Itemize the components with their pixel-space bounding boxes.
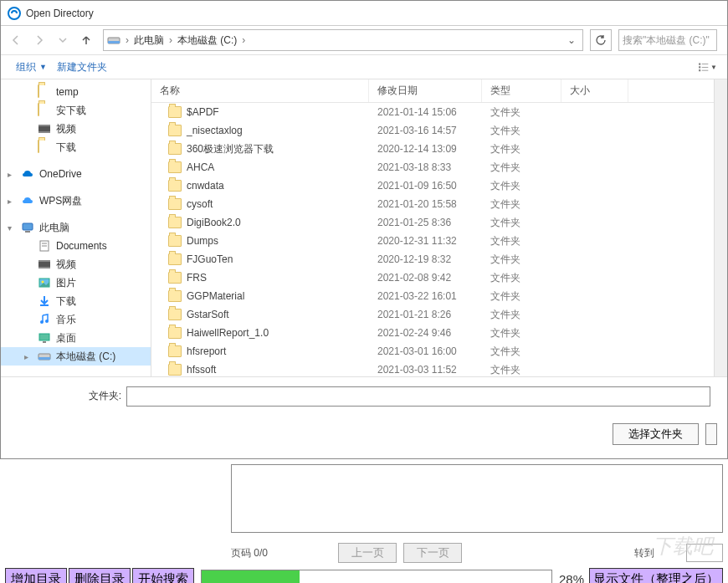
sidebar-item[interactable]: 图片 (1, 274, 151, 292)
file-name: FJGuoTen (187, 253, 233, 265)
file-list: 名称 修改日期 类型 大小 $APDF2021-01-14 15:06文件夹_n… (151, 79, 714, 376)
file-name: 360极速浏览器下载 (187, 142, 274, 156)
sidebar[interactable]: temp安下载视频下载▸OneDrive▸WPS网盘▾此电脑Documents视… (1, 79, 151, 376)
add-dir-button[interactable]: 增加目录 (5, 568, 67, 583)
nav-recent-button[interactable] (53, 30, 73, 50)
sidebar-item[interactable]: ▸OneDrive (1, 165, 151, 183)
file-row[interactable]: DigiBook2.02021-01-25 8:36文件夹 (151, 213, 714, 232)
sidebar-item[interactable]: ▾此电脑 (1, 218, 151, 237)
folder-icon (168, 125, 182, 136)
del-dir-button[interactable]: 删除目录 (69, 568, 131, 583)
sidebar-item[interactable]: ▸WPS网盘 (1, 192, 151, 210)
next-page-button[interactable]: 下一页 (403, 543, 462, 563)
file-date: 2021-03-01 16:00 (369, 345, 482, 357)
svg-rect-12 (23, 223, 33, 230)
col-name[interactable]: 名称 (151, 79, 369, 102)
sidebar-item[interactable]: 下载 (1, 138, 151, 156)
col-date[interactable]: 修改日期 (369, 79, 482, 102)
preview-left (5, 464, 224, 540)
svg-rect-5 (699, 66, 700, 68)
breadcrumb-segment[interactable]: 本地磁盘 (C:) (174, 33, 240, 48)
file-row[interactable]: _nisectaxlog2021-03-16 14:57文件夹 (151, 121, 714, 140)
col-size[interactable]: 大小 (561, 79, 628, 102)
svg-rect-6 (702, 67, 709, 68)
file-date: 2021-03-18 8:33 (369, 161, 482, 173)
folder-icon (168, 364, 182, 376)
music-icon (38, 313, 51, 326)
chevron-right-icon: › (124, 34, 131, 46)
filename-input[interactable] (126, 386, 710, 407)
organize-menu[interactable]: 组织 ▼ (11, 57, 52, 78)
file-rows[interactable]: $APDF2021-01-14 15:06文件夹_nisectaxlog2021… (151, 103, 714, 376)
sidebar-item[interactable]: Documents (1, 237, 151, 255)
nav-forward-button[interactable] (29, 30, 49, 50)
video-icon (38, 258, 51, 271)
view-options-button[interactable]: ▼ (699, 58, 717, 76)
progress-bar (201, 570, 552, 583)
file-row[interactable]: Dumps2020-12-31 11:32文件夹 (151, 232, 714, 250)
goto-input[interactable] (686, 544, 723, 562)
select-folder-button[interactable]: 选择文件夹 (613, 423, 699, 445)
svg-point-21 (42, 281, 44, 284)
file-row[interactable]: hfsreport2021-03-01 16:00文件夹 (151, 342, 714, 361)
nav-back-button[interactable] (6, 30, 26, 50)
file-type: 文件夹 (482, 271, 561, 285)
file-name: hfssoft (187, 364, 216, 376)
file-row[interactable]: cysoft2021-01-20 15:58文件夹 (151, 195, 714, 213)
new-folder-button[interactable]: 新建文件夹 (52, 57, 112, 78)
action-row: 增加目录 删除目录 开始搜索 28% 显示文件（整理之后） (5, 566, 723, 583)
column-headers: 名称 修改日期 类型 大小 (151, 79, 714, 103)
file-row[interactable]: FRS2021-02-08 9:42文件夹 (151, 268, 714, 287)
svg-rect-2 (108, 41, 120, 43)
svg-rect-3 (699, 63, 700, 64)
file-date: 2021-03-22 16:01 (369, 290, 482, 302)
file-date: 2021-02-24 9:46 (369, 327, 482, 339)
file-row[interactable]: HaiwellReport_1.02021-02-24 9:46文件夹 (151, 324, 714, 342)
breadcrumb[interactable]: › 此电脑 › 本地磁盘 (C:) › ⌄ (103, 29, 583, 51)
search-input[interactable]: 搜索"本地磁盘 (C:)" (618, 29, 717, 51)
file-type: 文件夹 (482, 363, 561, 377)
start-search-button[interactable]: 开始搜索 (132, 568, 194, 583)
nav-up-button[interactable] (76, 30, 96, 50)
file-row[interactable]: cnwdata2021-01-09 16:50文件夹 (151, 176, 714, 195)
file-type: 文件夹 (482, 234, 561, 248)
file-row[interactable]: GstarSoft2021-01-21 8:26文件夹 (151, 305, 714, 324)
file-row[interactable]: AHCA2021-03-18 8:33文件夹 (151, 158, 714, 176)
file-row[interactable]: FJGuoTen2020-12-19 8:32文件夹 (151, 250, 714, 268)
sidebar-item[interactable]: temp (1, 83, 151, 101)
svg-rect-25 (39, 334, 49, 340)
breadcrumb-segment[interactable]: 此电脑 (131, 33, 167, 48)
file-type: 文件夹 (482, 308, 561, 322)
breadcrumb-dropdown-icon[interactable]: ⌄ (564, 34, 579, 46)
svg-rect-11 (38, 131, 50, 133)
sidebar-item[interactable]: 视频 (1, 120, 151, 138)
sidebar-item[interactable]: 下载 (1, 292, 151, 310)
sidebar-item[interactable]: 安下载 (1, 101, 151, 120)
file-type: 文件夹 (482, 161, 561, 175)
col-type[interactable]: 类型 (482, 79, 561, 102)
file-row[interactable]: $APDF2021-01-14 15:06文件夹 (151, 103, 714, 121)
show-files-button[interactable]: 显示文件（整理之后） (589, 568, 723, 583)
file-type: 文件夹 (482, 142, 561, 156)
folder-icon (168, 143, 182, 155)
sidebar-item[interactable]: 视频 (1, 255, 151, 274)
page-label: 页码 0/0 (231, 546, 331, 560)
sidebar-item[interactable]: 桌面 (1, 329, 151, 347)
cancel-button[interactable] (705, 423, 717, 445)
onedrive-icon (21, 167, 34, 181)
video-icon (38, 122, 51, 136)
refresh-button[interactable] (590, 29, 612, 51)
file-row[interactable]: 360极速浏览器下载2020-12-14 13:09文件夹 (151, 140, 714, 158)
svg-point-23 (40, 320, 44, 324)
file-name: Dumps (187, 235, 218, 247)
scrollbar[interactable] (714, 79, 727, 376)
folder-icon (38, 85, 51, 99)
svg-rect-19 (38, 267, 50, 268)
file-date: 2020-12-31 11:32 (369, 235, 482, 247)
filename-label: 文件夹: (18, 389, 126, 403)
prev-page-button[interactable]: 上一页 (338, 543, 397, 563)
sidebar-item[interactable]: 音乐 (1, 310, 151, 329)
file-row[interactable]: GGPMaterial2021-03-22 16:01文件夹 (151, 287, 714, 305)
file-row[interactable]: hfssoft2021-03-03 11:52文件夹 (151, 361, 714, 376)
sidebar-item[interactable]: ▸本地磁盘 (C:) (1, 347, 151, 366)
